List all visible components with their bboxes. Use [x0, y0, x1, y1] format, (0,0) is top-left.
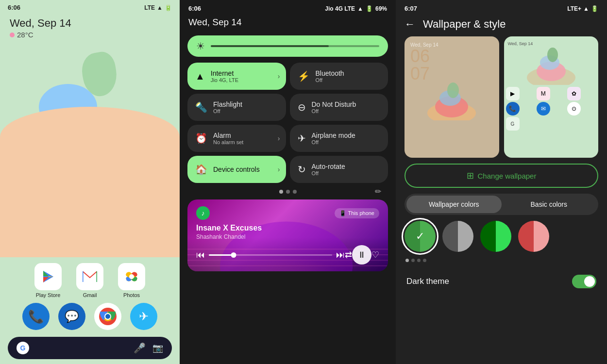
dnd-icon: ⊖ [298, 101, 306, 113]
swatch-4[interactable] [518, 221, 549, 252]
tab-basic-colors[interactable]: Basic colors [502, 196, 597, 213]
tab-basic-colors-label: Basic colors [531, 200, 567, 208]
brightness-icon: ☀ [196, 40, 205, 52]
tile-dnd[interactable]: ⊖ Do Not Disturb Off [290, 94, 388, 121]
playstore-icon[interactable] [34, 263, 62, 290]
tile-alarm[interactable]: ⏰ Alarm No alarm set › [187, 125, 286, 152]
tile-device-controls-arrow: › [278, 165, 280, 173]
home-network: LTE [144, 4, 155, 11]
music-info: Insane X Excuses Shashank Chandel [196, 224, 379, 240]
telegram-icon[interactable]: ✈ [130, 303, 157, 330]
swatch-3[interactable] [480, 221, 511, 252]
music-progress-bar[interactable] [209, 254, 332, 256]
app-playstore[interactable]: Play Store [34, 263, 62, 298]
tile-dnd-subtitle: Off [312, 108, 356, 114]
tile-alarm-title: Alarm [213, 132, 243, 139]
toggle-knob [584, 276, 595, 287]
app-phone[interactable]: 📞 [22, 303, 50, 330]
edit-icon[interactable]: ✏ [375, 187, 381, 196]
chrome-icon[interactable] [94, 303, 121, 330]
app-photos[interactable]: Photos [118, 263, 145, 298]
photos-icon[interactable] [118, 263, 145, 290]
music-prev-button[interactable]: ⏮ [196, 250, 205, 260]
wallpaper-art [0, 43, 180, 257]
favorite-icon[interactable]: ♡ [371, 249, 379, 260]
gmail-label: Gmail [83, 292, 97, 298]
app-telegram[interactable]: ✈ [130, 303, 157, 330]
back-button[interactable]: ← [405, 18, 415, 31]
google-g-icon: G [17, 342, 29, 354]
phone-icon[interactable]: 📞 [22, 303, 50, 330]
internet-icon: ▲ [195, 71, 205, 82]
lens-icon[interactable]: 📷 [152, 343, 163, 353]
pagination-row: ✏ [180, 186, 396, 197]
notif-signal-icon: ▲ [357, 5, 363, 12]
tile-airplane-subtitle: Off [312, 139, 355, 145]
change-wallpaper-label: Change wallpaper [478, 172, 537, 180]
flashlight-icon: 🔦 [195, 101, 207, 113]
music-artist: Shashank Chandel [196, 233, 379, 240]
tile-device-controls[interactable]: 🏠 Device controls › [187, 156, 286, 183]
tile-airplane-title: Airplane mode [312, 132, 355, 139]
pagination-dots [279, 186, 297, 197]
wp-previews: Wed, Sep 14 06 07 Wed, Sep 14 [396, 36, 607, 158]
tile-alarm-arrow: › [278, 134, 280, 142]
app-chrome[interactable] [94, 303, 121, 330]
music-pause-button[interactable]: ⏸ [352, 245, 371, 265]
wp-status-right: LTE+ ▲ 🔋 [567, 5, 598, 12]
swatch-1[interactable]: ✓ [405, 221, 436, 252]
tile-bluetooth[interactable]: ⚡ Bluetooth Off [290, 63, 388, 90]
dark-theme-row: Dark theme [396, 268, 607, 295]
gmail-icon[interactable] [76, 263, 103, 290]
mini-app-5: ✉ [537, 102, 550, 116]
microphone-icon[interactable]: 🎤 [134, 342, 146, 354]
mini-apps: ▶ M ✿ 📞 ✉ ⊙ G [504, 85, 599, 132]
signal-icon: ▲ [157, 4, 163, 11]
tile-internet-subtitle: Jio 4G, LTE [211, 77, 238, 83]
dark-theme-toggle[interactable] [572, 275, 596, 288]
tile-dnd-title: Do Not Disturb [312, 100, 356, 108]
tile-airplane-text: Airplane mode Off [312, 132, 355, 145]
color-tabs: Wallpaper colors Basic colors [405, 194, 598, 215]
swatch-2[interactable] [442, 221, 473, 252]
apps-row-2: 📞 💬 ✈ [0, 300, 180, 334]
color-swatches: ✓ [396, 221, 607, 252]
mini-app-3: ✿ [567, 87, 581, 100]
home-temp: 28°C [10, 31, 170, 39]
shuffle-icon[interactable]: ⇄ [345, 249, 352, 260]
notif-time: 6:06 [188, 5, 201, 12]
tab-wallpaper-colors-label: Wallpaper colors [429, 200, 479, 208]
tile-internet[interactable]: ▲ Internet Jio 4G, LTE › [187, 63, 286, 90]
tile-internet-arrow: › [278, 72, 280, 80]
app-gmail[interactable]: Gmail [76, 263, 103, 298]
tile-autorotate[interactable]: ↻ Auto-rotate Off [290, 156, 388, 183]
home-search-bar[interactable]: G 🎤 📷 [8, 337, 172, 359]
mini-time: 06 [410, 48, 493, 65]
tile-airplane[interactable]: ✈ Airplane mode Off [290, 125, 388, 152]
wp-time: 6:07 [405, 5, 417, 12]
wp-title: Wallpaper & style [423, 18, 506, 31]
notif-network: Jio 4G LTE [325, 5, 355, 12]
app-messages[interactable]: 💬 [58, 303, 85, 330]
tile-autorotate-title: Auto-rotate [312, 163, 345, 170]
svg-point-24 [547, 48, 558, 62]
apps-row-1: Play Store Gmail [0, 257, 180, 300]
wp-preview-right[interactable]: Wed, Sep 14 ▶ M ✿ 📞 ✉ ⊙ G [504, 36, 599, 158]
brightness-slider-row[interactable]: ☀ [187, 35, 388, 57]
mini-google-bar: G [506, 117, 520, 131]
tab-wallpaper-colors[interactable]: Wallpaper colors [406, 196, 502, 213]
change-wallpaper-button[interactable]: ⊞ Change wallpaper [405, 164, 598, 188]
tile-device-controls-title: Device controls [213, 165, 260, 173]
brightness-track[interactable] [211, 45, 379, 47]
wp-preview-left[interactable]: Wed, Sep 14 06 07 [405, 36, 499, 158]
tile-flashlight[interactable]: 🔦 Flashlight Off [187, 94, 286, 121]
messages-icon[interactable]: 💬 [58, 303, 85, 330]
wp-battery-icon: 🔋 [591, 5, 598, 12]
music-progress-fill [209, 254, 234, 256]
music-next-button[interactable]: ⏭ [336, 250, 345, 260]
mini-app-6: ⊙ [567, 102, 581, 116]
tile-flashlight-text: Flashlight Off [213, 100, 242, 114]
photos-label: Photos [123, 292, 140, 298]
home-date-area: Wed, Sep 14 28°C [0, 13, 180, 43]
wp-network: LTE+ [567, 5, 581, 12]
